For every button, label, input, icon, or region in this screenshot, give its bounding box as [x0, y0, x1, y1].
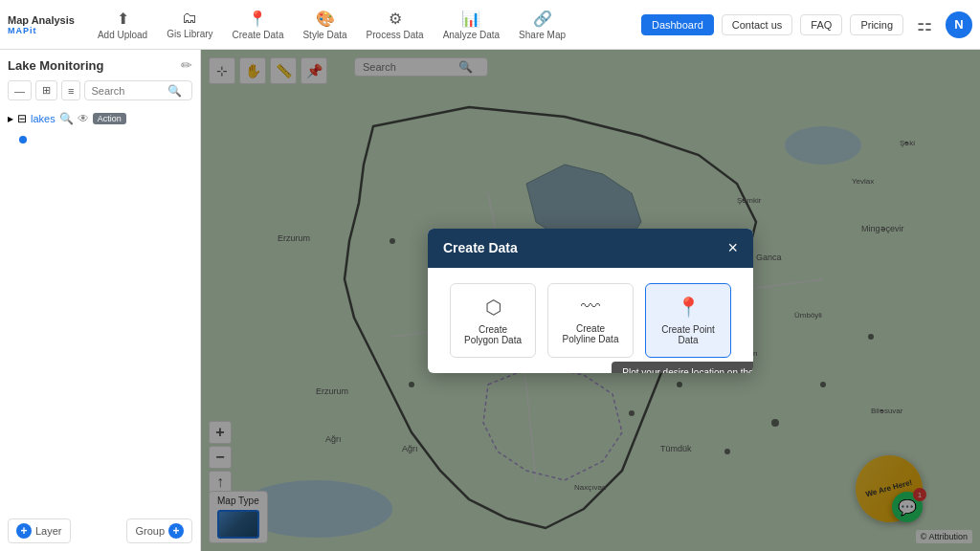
avatar[interactable]: N: [946, 11, 972, 38]
layer-search-input[interactable]: [91, 85, 167, 97]
layer-icon: ⊟: [17, 112, 27, 125]
top-navigation: Map Analysis MAPit ⬆ Add Upload 🗂 Gis Li…: [0, 0, 980, 50]
dot-row: [8, 129, 192, 150]
modal-close-button[interactable]: ×: [727, 238, 738, 258]
contact-button[interactable]: Contact us: [722, 14, 793, 35]
nav-analyze-data-label: Analyze Data: [443, 30, 500, 40]
faq-button[interactable]: FAQ: [800, 14, 842, 35]
nav-gis-library[interactable]: 🗂 Gis Library: [159, 6, 220, 44]
add-group-circle-icon: +: [168, 523, 184, 539]
left-panel: Lake Monitoring ✏ — ⊞ ≡ 🔍 ▸ ⊟ lakes 🔍 👁 …: [0, 50, 201, 551]
add-layer-button[interactable]: + Layer: [8, 518, 71, 543]
nav-gis-library-label: Gis Library: [167, 29, 212, 39]
tooltip: Plot your desire location on the map and…: [612, 362, 753, 373]
nav-analyze-data[interactable]: 📊 Analyze Data: [435, 6, 507, 44]
create-polyline-label: CreatePolyline Data: [563, 323, 619, 344]
layer-search-box[interactable]: 🔍: [84, 80, 192, 100]
main-area: Lake Monitoring ✏ — ⊞ ≡ 🔍 ▸ ⊟ lakes 🔍 👁 …: [0, 50, 980, 551]
add-layer-circle-icon: +: [16, 523, 32, 539]
nav-add-upload-label: Add Upload: [98, 30, 147, 40]
bottom-controls: + Layer Group +: [8, 511, 192, 543]
create-point-label: Create PointData: [661, 324, 715, 345]
add-group-button[interactable]: Group +: [126, 518, 192, 543]
style-data-icon: 🎨: [316, 10, 335, 28]
toolbar-btn-2[interactable]: ⊞: [35, 80, 57, 100]
create-polyline-button[interactable]: 〰 CreatePolyline Data: [547, 283, 634, 358]
layer-row: ▸ ⊟ lakes 🔍 👁 Action: [8, 108, 192, 129]
products-icon[interactable]: ⚏: [911, 11, 938, 38]
expand-icon[interactable]: ▸: [8, 112, 13, 125]
upload-icon: ⬆: [117, 10, 129, 28]
search-icon: 🔍: [167, 84, 182, 98]
nav-style-data[interactable]: 🎨 Style Data: [295, 6, 354, 44]
brand-logo: Map Analysis MAPit: [8, 14, 75, 35]
nav-create-data[interactable]: 📍 Create Data: [225, 6, 292, 44]
nav-style-data-label: Style Data: [302, 30, 346, 40]
create-data-icon: 📍: [248, 10, 267, 28]
group-label-text: Group: [135, 525, 165, 537]
analyze-data-icon: 📊: [461, 10, 480, 28]
create-polygon-label: CreatePolygon Data: [464, 324, 522, 345]
layer-label[interactable]: lakes: [31, 113, 56, 124]
brand-sub: MAPit: [8, 26, 37, 35]
panel-header: Lake Monitoring ✏: [8, 57, 192, 73]
nav-share-map[interactable]: 🔗 Share Map: [511, 6, 573, 44]
create-point-button[interactable]: 📍 Create PointData Plot your desire loca…: [645, 283, 731, 358]
share-map-icon: 🔗: [533, 10, 552, 28]
modal-title: Create Data: [443, 240, 518, 255]
magnify-icon[interactable]: 🔍: [59, 112, 74, 125]
nav-process-data-label: Process Data: [367, 30, 424, 40]
toolbar-btn-3[interactable]: ≡: [61, 80, 80, 100]
nav-add-upload[interactable]: ⬆ Add Upload: [90, 6, 155, 44]
create-polygon-button[interactable]: ⬡ CreatePolygon Data: [450, 283, 536, 358]
polyline-icon: 〰: [581, 296, 600, 318]
gis-library-icon: 🗂: [182, 10, 197, 27]
nav-share-map-label: Share Map: [519, 30, 566, 40]
modal-dialog: Create Data × ⬡ CreatePolygon Data 〰 Cre…: [428, 229, 753, 373]
nav-create-data-label: Create Data: [233, 30, 284, 40]
layer-toolbar: — ⊞ ≡ 🔍: [8, 80, 192, 100]
map-area[interactable]: Erzurum Erzurum Ağrı Ağrı Ganca Mingəçev…: [201, 50, 980, 551]
action-badge[interactable]: Action: [93, 113, 126, 124]
modal-overlay[interactable]: Create Data × ⬡ CreatePolygon Data 〰 Cre…: [201, 50, 980, 551]
eye-icon[interactable]: 👁: [78, 112, 89, 125]
polygon-icon: ⬡: [485, 296, 501, 319]
point-icon: 📍: [677, 296, 701, 319]
panel-title: Lake Monitoring: [8, 58, 103, 73]
nav-process-data[interactable]: ⚙ Process Data: [359, 6, 432, 44]
nav-right: Dashboard Contact us FAQ Pricing ⚏ N: [641, 11, 972, 38]
process-data-icon: ⚙: [389, 10, 402, 28]
toolbar-btn-1[interactable]: —: [8, 80, 32, 100]
nav-items: ⬆ Add Upload 🗂 Gis Library 📍 Create Data…: [90, 6, 641, 44]
pricing-button[interactable]: Pricing: [850, 14, 903, 35]
brand-title: Map Analysis: [8, 14, 75, 26]
modal-header: Create Data ×: [428, 229, 753, 268]
edit-icon[interactable]: ✏: [181, 57, 192, 73]
dashboard-button[interactable]: Dashboard: [641, 14, 714, 35]
layer-dot: [19, 136, 27, 143]
modal-body: ⬡ CreatePolygon Data 〰 CreatePolyline Da…: [428, 268, 753, 373]
layer-label-text: Layer: [35, 525, 62, 537]
